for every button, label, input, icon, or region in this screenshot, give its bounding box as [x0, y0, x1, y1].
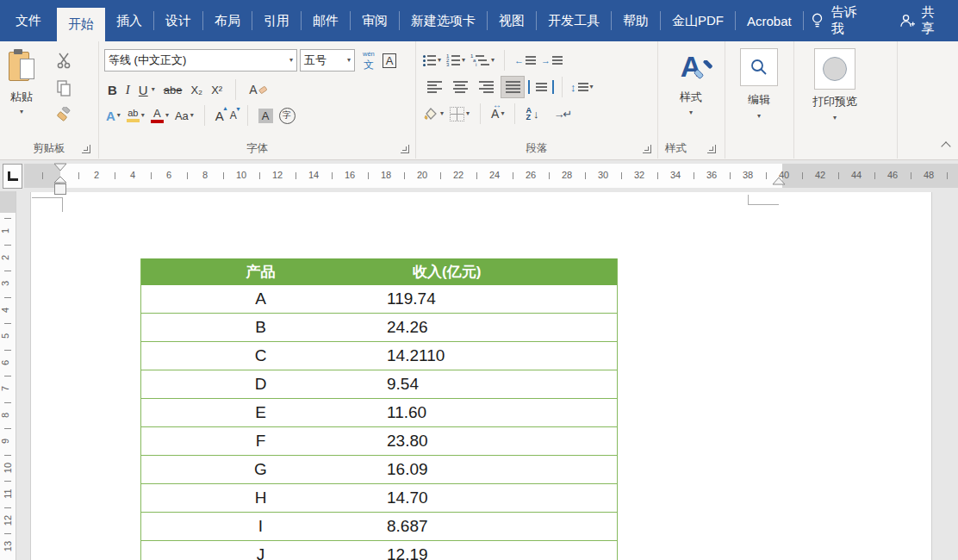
multilevel-list-button[interactable]: 1 a i ▾ — [470, 55, 495, 66]
copy-button[interactable] — [55, 79, 72, 99]
table-cell-product[interactable]: A — [141, 285, 380, 313]
share-button[interactable]: 共享 — [899, 4, 946, 37]
italic-button[interactable]: I — [126, 83, 130, 97]
table-cell-product[interactable]: F — [141, 427, 380, 455]
table-row[interactable]: C14.2110 — [141, 342, 617, 370]
bold-button[interactable]: B — [108, 83, 117, 97]
table-cell-product[interactable]: B — [141, 314, 380, 341]
tab-文件[interactable]: 文件 — [0, 0, 57, 41]
table-cell-revenue[interactable]: 14.70 — [380, 484, 617, 512]
tab-开发工具[interactable]: 开发工具 — [537, 0, 611, 41]
font-name-combobox[interactable]: 等线 (中文正文) ▾ — [104, 49, 297, 72]
paste-button[interactable]: 粘贴 ▾ — [9, 50, 34, 115]
tab-设计[interactable]: 设计 — [154, 0, 202, 41]
right-indent-marker[interactable] — [772, 177, 786, 185]
tab-新建选项卡[interactable]: 新建选项卡 — [400, 0, 487, 41]
table-row[interactable]: B24.26 — [141, 314, 617, 342]
table-cell-revenue[interactable]: 14.2110 — [380, 342, 617, 370]
tab-布局[interactable]: 布局 — [203, 0, 252, 41]
styles-button[interactable]: A 样式 ▾ — [657, 47, 725, 116]
align-left-button[interactable] — [423, 77, 445, 97]
character-shading-button[interactable]: A — [258, 109, 273, 123]
table-row[interactable]: A119.74 — [141, 285, 617, 314]
tab-视图[interactable]: 视图 — [488, 0, 536, 41]
tab-邮件[interactable]: 邮件 — [302, 0, 350, 41]
table-header-row[interactable]: 产品 收入(亿元) — [141, 258, 617, 285]
styles-dialog-launcher-icon[interactable] — [707, 145, 716, 153]
clear-formatting-button[interactable]: A — [249, 83, 267, 96]
collapse-ribbon-button[interactable] — [942, 143, 949, 150]
phonetic-guide-button[interactable]: wén 文 — [363, 51, 375, 70]
tab-审阅[interactable]: 审阅 — [351, 0, 399, 41]
table-cell-revenue[interactable]: 12.19 — [380, 541, 617, 560]
table-cell-product[interactable]: E — [141, 399, 380, 426]
table-cell-revenue[interactable]: 16.09 — [380, 456, 617, 483]
print-preview-button[interactable]: 打印预览 ▾ — [793, 48, 876, 121]
table-cell-revenue[interactable]: 9.54 — [380, 370, 617, 398]
document-canvas[interactable]: 产品 收入(亿元) A119.74B24.26C14.2110D9.54E11.… — [0, 191, 958, 560]
table-cell-product[interactable]: C — [141, 342, 380, 370]
align-right-button[interactable] — [475, 77, 497, 97]
vertical-ruler[interactable]: 12345678910111213 — [0, 191, 16, 560]
character-border-button[interactable]: A — [383, 53, 397, 68]
table-row[interactable]: D9.54 — [141, 370, 617, 399]
horizontal-ruler[interactable]: 2468101214161820222426283032343638404244… — [24, 164, 958, 188]
asian-layout-button[interactable]: A ↔ ▾ — [491, 107, 504, 121]
increase-indent-button[interactable]: → — [541, 55, 563, 65]
chevron-down-icon[interactable]: ▾ — [152, 86, 155, 93]
document-table[interactable]: 产品 收入(亿元) A119.74B24.26C14.2110D9.54E11.… — [140, 258, 618, 560]
change-case-button[interactable]: Aa ▾ — [175, 109, 194, 122]
underline-button[interactable]: U — [139, 83, 148, 97]
table-cell-product[interactable]: G — [141, 456, 380, 483]
table-row[interactable]: F23.80 — [141, 427, 617, 456]
grow-font-button[interactable]: A ▲ — [215, 109, 224, 123]
table-cell-revenue[interactable]: 8.687 — [380, 513, 617, 540]
borders-button[interactable]: ▾ — [450, 107, 470, 121]
table-cell-revenue[interactable]: 11.60 — [380, 399, 617, 426]
table-cell-product[interactable]: I — [141, 513, 380, 540]
editing-button[interactable]: 编辑 ▾ — [725, 48, 793, 120]
table-cell-product[interactable]: D — [141, 370, 380, 398]
tab-帮助[interactable]: 帮助 — [612, 0, 660, 41]
highlight-color-button[interactable]: ab ▾ — [127, 109, 145, 122]
shading-button[interactable]: ▾ — [423, 107, 444, 121]
table-row[interactable]: E11.60 — [141, 399, 617, 427]
distribute-button[interactable] — [528, 80, 554, 94]
clipboard-dialog-launcher-icon[interactable] — [82, 145, 90, 153]
shrink-font-button[interactable]: A ▼ — [230, 109, 237, 121]
enclose-characters-button[interactable]: 字 — [279, 108, 295, 124]
hanging-indent-marker[interactable] — [53, 176, 67, 184]
numbering-button[interactable]: 1 2 3 ▾ — [446, 55, 465, 66]
superscript-button[interactable]: X² — [211, 84, 222, 96]
bullets-button[interactable]: ▾ — [423, 55, 441, 66]
tab-Acrobat[interactable]: Acrobat — [736, 0, 803, 41]
table-cell-revenue[interactable]: 23.80 — [380, 427, 617, 455]
table-header-revenue[interactable]: 收入(亿元) — [380, 258, 617, 285]
table-cell-revenue[interactable]: 24.26 — [380, 314, 617, 341]
font-color-button[interactable]: A ▾ — [151, 108, 169, 123]
show-paragraph-marks-button[interactable]: →↵ — [553, 108, 570, 121]
subscript-button[interactable]: X₂ — [190, 84, 202, 96]
cut-button[interactable] — [55, 52, 72, 72]
text-effects-button[interactable]: A ▾ — [106, 109, 121, 123]
tab-selector[interactable] — [3, 164, 22, 189]
font-dialog-launcher-icon[interactable] — [401, 145, 409, 153]
tab-开始[interactable]: 开始 — [57, 8, 105, 41]
decrease-indent-button[interactable]: ← — [514, 55, 536, 65]
first-line-indent-marker[interactable] — [53, 163, 67, 171]
tab-金山PDF[interactable]: 金山PDF — [661, 0, 735, 41]
table-cell-product[interactable]: H — [141, 484, 380, 512]
justify-button[interactable] — [501, 76, 525, 98]
align-center-button[interactable] — [449, 77, 471, 97]
tab-引用[interactable]: 引用 — [252, 0, 301, 41]
table-cell-revenue[interactable]: 119.74 — [380, 285, 617, 313]
table-row[interactable]: G16.09 — [141, 456, 617, 484]
tab-插入[interactable]: 插入 — [105, 0, 153, 41]
paragraph-dialog-launcher-icon[interactable] — [643, 145, 651, 153]
line-spacing-button[interactable]: ↕ ▾ — [570, 81, 594, 94]
table-cell-product[interactable]: J — [141, 541, 380, 560]
tell-me-button[interactable]: 告诉我 — [811, 4, 868, 37]
format-painter-button[interactable] — [55, 107, 74, 128]
table-row[interactable]: I8.687 — [141, 513, 617, 541]
table-row[interactable]: H14.70 — [141, 484, 617, 513]
